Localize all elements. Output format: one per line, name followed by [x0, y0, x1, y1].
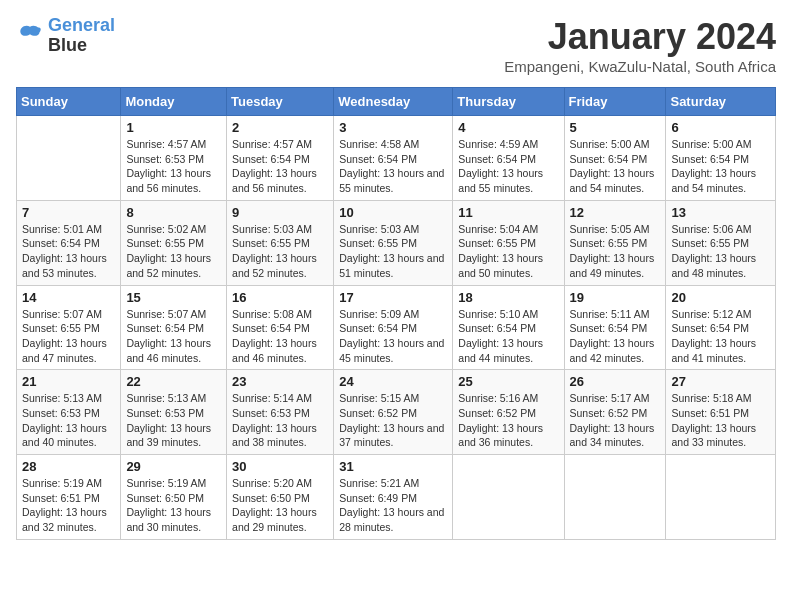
day-info: Sunrise: 5:10 AMSunset: 6:54 PMDaylight:…: [458, 307, 558, 366]
day-info: Sunrise: 5:03 AMSunset: 6:55 PMDaylight:…: [232, 222, 328, 281]
day-info: Sunrise: 4:59 AMSunset: 6:54 PMDaylight:…: [458, 137, 558, 196]
calendar-week-4: 21Sunrise: 5:13 AMSunset: 6:53 PMDayligh…: [17, 370, 776, 455]
calendar-cell: [17, 116, 121, 201]
calendar-cell: 29Sunrise: 5:19 AMSunset: 6:50 PMDayligh…: [121, 455, 227, 540]
day-info: Sunrise: 5:11 AMSunset: 6:54 PMDaylight:…: [570, 307, 661, 366]
day-number: 11: [458, 205, 558, 220]
day-info: Sunrise: 5:03 AMSunset: 6:55 PMDaylight:…: [339, 222, 447, 281]
calendar-cell: [564, 455, 666, 540]
day-number: 4: [458, 120, 558, 135]
day-number: 10: [339, 205, 447, 220]
day-number: 25: [458, 374, 558, 389]
day-number: 18: [458, 290, 558, 305]
calendar-cell: 9Sunrise: 5:03 AMSunset: 6:55 PMDaylight…: [227, 200, 334, 285]
day-number: 20: [671, 290, 770, 305]
day-header-monday: Monday: [121, 88, 227, 116]
calendar-cell: 4Sunrise: 4:59 AMSunset: 6:54 PMDaylight…: [453, 116, 564, 201]
day-number: 27: [671, 374, 770, 389]
title-block: January 2024 Empangeni, KwaZulu-Natal, S…: [504, 16, 776, 75]
day-number: 26: [570, 374, 661, 389]
day-info: Sunrise: 5:12 AMSunset: 6:54 PMDaylight:…: [671, 307, 770, 366]
day-info: Sunrise: 5:07 AMSunset: 6:55 PMDaylight:…: [22, 307, 115, 366]
day-number: 19: [570, 290, 661, 305]
day-number: 31: [339, 459, 447, 474]
day-number: 3: [339, 120, 447, 135]
day-info: Sunrise: 5:09 AMSunset: 6:54 PMDaylight:…: [339, 307, 447, 366]
calendar-week-2: 7Sunrise: 5:01 AMSunset: 6:54 PMDaylight…: [17, 200, 776, 285]
day-number: 1: [126, 120, 221, 135]
day-info: Sunrise: 5:21 AMSunset: 6:49 PMDaylight:…: [339, 476, 447, 535]
calendar-header-row: SundayMondayTuesdayWednesdayThursdayFrid…: [17, 88, 776, 116]
calendar-week-3: 14Sunrise: 5:07 AMSunset: 6:55 PMDayligh…: [17, 285, 776, 370]
day-header-friday: Friday: [564, 88, 666, 116]
calendar-cell: 27Sunrise: 5:18 AMSunset: 6:51 PMDayligh…: [666, 370, 776, 455]
location-subtitle: Empangeni, KwaZulu-Natal, South Africa: [504, 58, 776, 75]
day-info: Sunrise: 5:06 AMSunset: 6:55 PMDaylight:…: [671, 222, 770, 281]
calendar-cell: 10Sunrise: 5:03 AMSunset: 6:55 PMDayligh…: [334, 200, 453, 285]
day-info: Sunrise: 5:15 AMSunset: 6:52 PMDaylight:…: [339, 391, 447, 450]
day-number: 17: [339, 290, 447, 305]
calendar-cell: 13Sunrise: 5:06 AMSunset: 6:55 PMDayligh…: [666, 200, 776, 285]
day-info: Sunrise: 5:13 AMSunset: 6:53 PMDaylight:…: [22, 391, 115, 450]
calendar-cell: 30Sunrise: 5:20 AMSunset: 6:50 PMDayligh…: [227, 455, 334, 540]
day-number: 21: [22, 374, 115, 389]
calendar-cell: 16Sunrise: 5:08 AMSunset: 6:54 PMDayligh…: [227, 285, 334, 370]
day-header-sunday: Sunday: [17, 88, 121, 116]
day-info: Sunrise: 4:57 AMSunset: 6:53 PMDaylight:…: [126, 137, 221, 196]
day-number: 22: [126, 374, 221, 389]
calendar-cell: 6Sunrise: 5:00 AMSunset: 6:54 PMDaylight…: [666, 116, 776, 201]
day-info: Sunrise: 4:58 AMSunset: 6:54 PMDaylight:…: [339, 137, 447, 196]
day-number: 14: [22, 290, 115, 305]
day-info: Sunrise: 5:16 AMSunset: 6:52 PMDaylight:…: [458, 391, 558, 450]
day-number: 9: [232, 205, 328, 220]
day-info: Sunrise: 5:19 AMSunset: 6:50 PMDaylight:…: [126, 476, 221, 535]
day-info: Sunrise: 5:05 AMSunset: 6:55 PMDaylight:…: [570, 222, 661, 281]
day-number: 5: [570, 120, 661, 135]
day-number: 29: [126, 459, 221, 474]
day-header-saturday: Saturday: [666, 88, 776, 116]
calendar-cell: 12Sunrise: 5:05 AMSunset: 6:55 PMDayligh…: [564, 200, 666, 285]
logo-icon: [16, 22, 44, 50]
day-info: Sunrise: 5:17 AMSunset: 6:52 PMDaylight:…: [570, 391, 661, 450]
calendar-cell: 23Sunrise: 5:14 AMSunset: 6:53 PMDayligh…: [227, 370, 334, 455]
day-number: 23: [232, 374, 328, 389]
day-number: 13: [671, 205, 770, 220]
calendar-cell: 19Sunrise: 5:11 AMSunset: 6:54 PMDayligh…: [564, 285, 666, 370]
calendar-cell: 18Sunrise: 5:10 AMSunset: 6:54 PMDayligh…: [453, 285, 564, 370]
day-number: 6: [671, 120, 770, 135]
day-number: 28: [22, 459, 115, 474]
calendar-cell: 15Sunrise: 5:07 AMSunset: 6:54 PMDayligh…: [121, 285, 227, 370]
day-info: Sunrise: 5:00 AMSunset: 6:54 PMDaylight:…: [671, 137, 770, 196]
day-info: Sunrise: 5:04 AMSunset: 6:55 PMDaylight:…: [458, 222, 558, 281]
calendar-week-1: 1Sunrise: 4:57 AMSunset: 6:53 PMDaylight…: [17, 116, 776, 201]
day-info: Sunrise: 5:01 AMSunset: 6:54 PMDaylight:…: [22, 222, 115, 281]
month-title: January 2024: [504, 16, 776, 58]
calendar-cell: 14Sunrise: 5:07 AMSunset: 6:55 PMDayligh…: [17, 285, 121, 370]
day-number: 24: [339, 374, 447, 389]
calendar-cell: 25Sunrise: 5:16 AMSunset: 6:52 PMDayligh…: [453, 370, 564, 455]
day-header-tuesday: Tuesday: [227, 88, 334, 116]
day-header-wednesday: Wednesday: [334, 88, 453, 116]
day-number: 16: [232, 290, 328, 305]
day-info: Sunrise: 4:57 AMSunset: 6:54 PMDaylight:…: [232, 137, 328, 196]
day-info: Sunrise: 5:07 AMSunset: 6:54 PMDaylight:…: [126, 307, 221, 366]
calendar-cell: 20Sunrise: 5:12 AMSunset: 6:54 PMDayligh…: [666, 285, 776, 370]
calendar-cell: 8Sunrise: 5:02 AMSunset: 6:55 PMDaylight…: [121, 200, 227, 285]
day-info: Sunrise: 5:02 AMSunset: 6:55 PMDaylight:…: [126, 222, 221, 281]
calendar-cell: 28Sunrise: 5:19 AMSunset: 6:51 PMDayligh…: [17, 455, 121, 540]
calendar-cell: 22Sunrise: 5:13 AMSunset: 6:53 PMDayligh…: [121, 370, 227, 455]
day-info: Sunrise: 5:20 AMSunset: 6:50 PMDaylight:…: [232, 476, 328, 535]
calendar-cell: [453, 455, 564, 540]
calendar-cell: 21Sunrise: 5:13 AMSunset: 6:53 PMDayligh…: [17, 370, 121, 455]
day-number: 2: [232, 120, 328, 135]
day-info: Sunrise: 5:13 AMSunset: 6:53 PMDaylight:…: [126, 391, 221, 450]
logo-text: GeneralBlue: [48, 16, 115, 56]
calendar-cell: 24Sunrise: 5:15 AMSunset: 6:52 PMDayligh…: [334, 370, 453, 455]
calendar-cell: 31Sunrise: 5:21 AMSunset: 6:49 PMDayligh…: [334, 455, 453, 540]
day-number: 15: [126, 290, 221, 305]
calendar-cell: 26Sunrise: 5:17 AMSunset: 6:52 PMDayligh…: [564, 370, 666, 455]
day-number: 7: [22, 205, 115, 220]
day-number: 8: [126, 205, 221, 220]
calendar-table: SundayMondayTuesdayWednesdayThursdayFrid…: [16, 87, 776, 540]
logo: GeneralBlue: [16, 16, 115, 56]
